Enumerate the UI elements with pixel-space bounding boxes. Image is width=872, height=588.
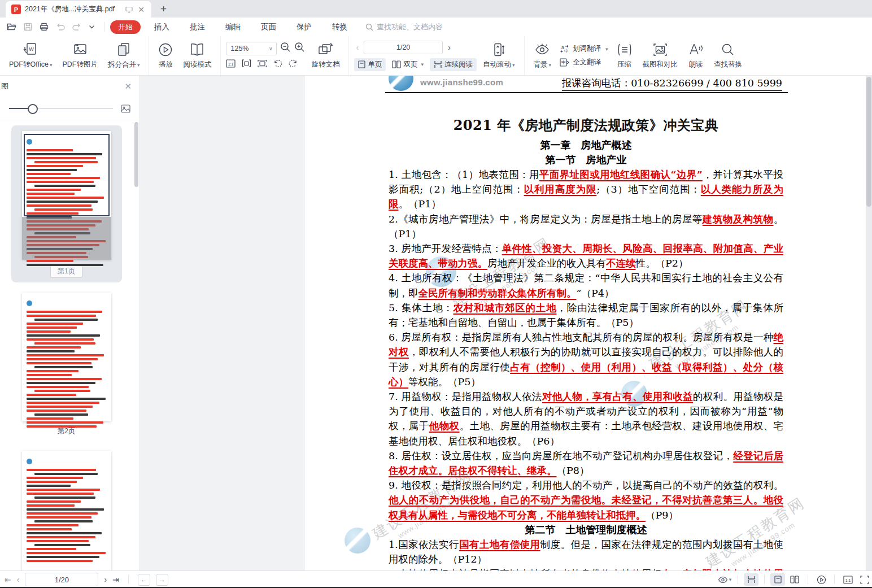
status-play-icon[interactable] <box>814 573 829 586</box>
status-actual-size-icon[interactable]: 1:1 <box>840 573 855 586</box>
page-indicator-input[interactable]: 1/20 <box>364 41 443 54</box>
fit-width-icon[interactable] <box>242 59 251 70</box>
thumbnail-zoom-slider[interactable] <box>0 97 139 120</box>
watermark-logo <box>345 528 370 554</box>
status-continuous-icon[interactable] <box>744 573 758 586</box>
read-aloud-button[interactable]: 朗读 <box>684 42 708 69</box>
phone-line: 报课咨询电话：010-82326699 / 400 810 5999 <box>562 76 782 91</box>
customize-quick-access-icon[interactable] <box>89 25 95 29</box>
rotate-right-icon[interactable] <box>289 59 298 70</box>
screenshot-compare-button[interactable]: 截图和对比 <box>639 42 682 69</box>
zoom-level-select[interactable]: 125%∨ <box>226 42 277 55</box>
undo-icon[interactable] <box>56 23 65 31</box>
rotate-document-button[interactable]: 旋转文档 <box>307 42 343 69</box>
site-logo <box>389 76 413 91</box>
next-page-icon[interactable]: › <box>446 43 452 52</box>
status-background-icon[interactable]: ▾ <box>717 573 732 586</box>
zoom-in-icon[interactable] <box>294 42 305 55</box>
panel-scrollbar-thumb[interactable] <box>134 122 138 187</box>
continuous-read-button[interactable]: 连续阅读 <box>430 58 477 71</box>
pdf-file-icon: P <box>11 5 21 14</box>
thumbnail-viewport-box <box>24 134 110 216</box>
menu-item-4[interactable]: 保护 <box>286 22 322 32</box>
find-replace-icon <box>721 42 735 57</box>
doc-paragraph: 7. 用益物权：是指用益物权人依法对他人物，享有占有、使用和收益的权利。用益物权… <box>389 389 783 448</box>
thumbnail-card-2[interactable]: 第2页 <box>11 287 122 441</box>
find-replace-button[interactable]: 查找替换 <box>710 42 746 69</box>
read-mode-button[interactable]: 阅读模式 <box>179 42 215 69</box>
first-page-icon[interactable]: ⇤ <box>5 575 11 584</box>
word-translate-icon: a中 <box>560 45 569 53</box>
status-page-indicator[interactable]: 1/20 <box>25 573 98 586</box>
tab-bar: P 2021年《房地...冲关宝典.pdf ✕ + <box>0 0 872 18</box>
menu-item-0[interactable]: 插入 <box>144 22 180 32</box>
rotate-left-icon[interactable] <box>273 59 282 70</box>
tools-group: 背景▾ a中 划词翻译▾ 中 全文翻译 压缩 截图和对比 <box>525 36 752 75</box>
search-box[interactable]: 查找功能、文档内容 <box>365 22 443 32</box>
thumbnail-list: 第1页第2页 <box>0 121 133 570</box>
ribbon-toolbar: W PDF转Office▾ PDF转图片 拆分合并▾ 播放 阅读模式 <box>0 36 872 76</box>
doc-paragraph: 1.国家依法实行国有土地有偿使用制度。但是，国家在法律规定的范围内划拨国有土地使… <box>389 537 783 567</box>
prev-page-icon[interactable]: ‹ <box>354 43 360 52</box>
menu-item-3[interactable]: 页面 <box>251 22 286 32</box>
thumbnail-page-3[interactable] <box>22 451 111 570</box>
compress-button[interactable]: 压缩 <box>613 42 636 69</box>
tab-title: 2021年《房地...冲关宝典.pdf <box>25 5 121 14</box>
status-single-page-icon[interactable] <box>770 573 785 586</box>
word-translate-button[interactable]: a中 划词翻译▾ <box>560 44 608 54</box>
thumbnail-card-1[interactable]: 第1页 <box>11 125 122 282</box>
scrollbar-thumb[interactable] <box>866 77 871 207</box>
save-icon[interactable] <box>24 23 32 31</box>
single-page-button[interactable]: 单页 <box>354 58 386 71</box>
double-page-button[interactable]: 双页▾ <box>388 58 428 71</box>
doc-paragraph: 5. 集体土地：农村和城市郊区的土地，除由法律规定属于国家所有的以外，属于集体所… <box>389 300 783 330</box>
pdf-to-image-button[interactable]: PDF转图片 <box>58 42 102 69</box>
auto-scroll-icon <box>491 42 506 57</box>
background-button[interactable]: 背景▾ <box>530 42 556 69</box>
doc-body: 第一章 房地产概述第一节 房地产业1. 土地包含：（1）地表范围：用平面界址图或… <box>389 138 783 570</box>
document-viewport[interactable]: 建设工程教育网www.jianshe99.com 建设工程教育网www.jian… <box>140 76 872 570</box>
divider <box>104 22 104 32</box>
present-icon[interactable] <box>125 6 133 13</box>
pdf-to-office-button[interactable]: W PDF转Office▾ <box>5 42 56 69</box>
status-prev-page-icon[interactable]: ‹ <box>17 575 20 584</box>
slider-track[interactable] <box>9 108 113 109</box>
document-tab[interactable]: P 2021年《房地...冲关宝典.pdf ✕ <box>6 1 151 18</box>
menu-item-1[interactable]: 批注 <box>180 22 215 32</box>
menu-start[interactable]: 开始 <box>110 20 141 34</box>
pdf-to-image-icon <box>72 42 88 57</box>
new-tab-button[interactable]: + <box>160 3 167 15</box>
thumbnail-card-3[interactable] <box>11 445 122 570</box>
full-translate-icon: 中 <box>560 58 569 67</box>
menu-item-2[interactable]: 编辑 <box>215 22 251 32</box>
redo-icon[interactable] <box>72 23 81 31</box>
full-translate-button[interactable]: 中 全文翻译 <box>560 58 608 67</box>
last-page-icon[interactable]: ⇥ <box>112 575 119 584</box>
thumbnail-page-1[interactable] <box>22 131 111 260</box>
print-icon[interactable] <box>40 23 49 31</box>
status-next-page-icon[interactable]: › <box>104 575 107 584</box>
history-forward-button[interactable]: → <box>156 574 168 586</box>
menu-item-5[interactable]: 转换 <box>322 22 357 32</box>
open-file-icon[interactable] <box>7 23 16 31</box>
zoom-group: 125%∨ 1:1 旋转文档 <box>221 36 349 75</box>
rotate-document-icon <box>317 42 334 57</box>
vertical-scrollbar[interactable] <box>866 76 872 570</box>
split-merge-button[interactable]: 拆分合并▾ <box>104 42 144 69</box>
thumbnail-page-2[interactable] <box>22 293 111 421</box>
search-placeholder: 查找功能、文档内容 <box>377 22 443 32</box>
slider-handle[interactable] <box>28 104 38 114</box>
header-rule <box>385 92 788 93</box>
close-panel-icon[interactable]: ✕ <box>124 81 132 92</box>
view-mode-group: 播放 阅读模式 <box>149 36 221 75</box>
zoom-out-icon[interactable] <box>280 42 291 55</box>
status-fit-page-icon[interactable] <box>857 573 872 586</box>
history-back-button[interactable]: ← <box>138 574 150 586</box>
close-tab-icon[interactable]: ✕ <box>137 5 146 14</box>
play-button[interactable]: 播放 <box>154 42 177 69</box>
status-double-page-icon[interactable] <box>787 573 802 586</box>
auto-scroll-button[interactable]: 自动滚动▾ <box>479 42 519 69</box>
svg-text:中: 中 <box>561 60 566 65</box>
actual-size-icon[interactable]: 1:1 <box>226 59 236 70</box>
fit-page-icon[interactable] <box>258 59 267 70</box>
